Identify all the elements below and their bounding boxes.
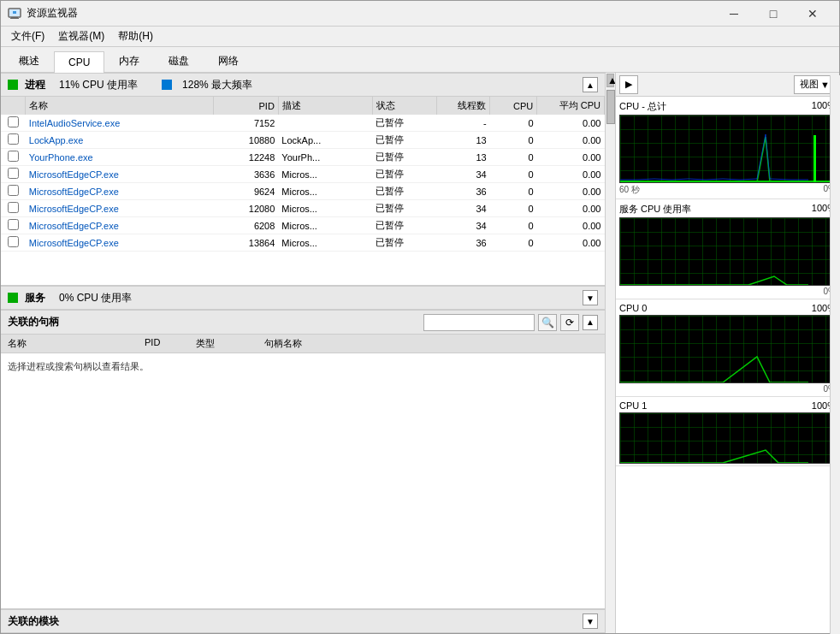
right-nav-button[interactable]: ▶ — [619, 75, 638, 94]
menu-file[interactable]: 文件(F) — [4, 27, 51, 45]
table-row[interactable]: MicrosoftEdgeCP.exe 3636 Micros... 已暂停 3… — [1, 166, 605, 183]
row-desc — [278, 115, 372, 132]
chart-cpu1: CPU 1 100% — [616, 397, 839, 466]
row-checkbox[interactable] — [1, 183, 26, 200]
handles-section: 关联的句柄 🔍 ⟳ ▲ 名称 PID 类型 句柄名称 选择进程或搜索句柄以查看结… — [1, 310, 605, 608]
services-expand-button[interactable]: ▼ — [583, 290, 598, 305]
row-desc: Micros... — [278, 183, 372, 200]
table-row[interactable]: IntelAudioService.exe 7152 已暂停 - 0 0.00 — [1, 115, 605, 132]
left-scrollbar[interactable]: ▲ — [605, 73, 615, 633]
col-threads[interactable]: 线程数 — [437, 97, 490, 115]
row-name: MicrosoftEdgeCP.exe — [26, 200, 214, 217]
row-name: IntelAudioService.exe — [26, 115, 214, 132]
handles-col-pid: PID — [145, 337, 196, 350]
chart-cpu1-svg — [620, 413, 835, 463]
row-checkbox[interactable] — [1, 217, 26, 234]
table-row[interactable]: LockApp.exe 10880 LockAp... 已暂停 13 0 0.0… — [1, 132, 605, 149]
row-avgcpu: 0.00 — [537, 217, 605, 234]
handles-col-handle: 句柄名称 — [264, 337, 598, 350]
modules-section-header[interactable]: 关联的模块 ▼ — [1, 609, 605, 633]
handles-label: 关联的句柄 — [8, 315, 59, 329]
col-avgcpu[interactable]: 平均 CPU — [537, 97, 605, 115]
right-scrollbar[interactable] — [830, 75, 839, 633]
row-cpu: 0 — [490, 183, 537, 200]
row-pid: 7152 — [214, 115, 279, 132]
handles-expand-button[interactable]: ▲ — [583, 315, 598, 330]
row-pid: 12248 — [214, 149, 279, 166]
menu-monitor[interactable]: 监视器(M) — [51, 27, 111, 45]
handles-refresh-button[interactable]: ⟳ — [560, 314, 579, 331]
row-checkbox[interactable] — [1, 132, 26, 149]
chart-cpu0-graph — [619, 315, 836, 383]
right-panel-charts: CPU - 总计 100% 60 秒 0% — [616, 97, 839, 633]
chart-cpu0: CPU 0 100% 0% — [616, 299, 839, 397]
col-pid[interactable]: PID — [214, 97, 279, 115]
close-button[interactable]: ✕ — [793, 1, 832, 27]
process-max-freq: 128% 最大频率 — [182, 78, 252, 92]
chart-cpu1-graph — [619, 412, 836, 464]
row-state: 已暂停 — [372, 149, 437, 166]
modules-expand-button[interactable]: ▼ — [583, 613, 598, 629]
table-row[interactable]: MicrosoftEdgeCP.exe 12080 Micros... 已暂停 … — [1, 200, 605, 217]
process-expand-button[interactable]: ▲ — [583, 77, 598, 92]
minimize-button[interactable]: ─ — [714, 1, 754, 27]
row-avgcpu: 0.00 — [537, 166, 605, 183]
row-cpu: 0 — [490, 200, 537, 217]
handles-empty-message: 选择进程或搜索句柄以查看结果。 — [1, 353, 605, 380]
tab-network[interactable]: 网络 — [204, 49, 253, 73]
row-name: YourPhone.exe — [26, 149, 214, 166]
chart-cpu0-label: CPU 0 — [619, 303, 647, 313]
menu-help[interactable]: 帮助(H) — [111, 27, 160, 45]
maximize-button[interactable]: □ — [754, 1, 793, 27]
row-checkbox[interactable] — [1, 234, 26, 252]
svg-rect-2 — [10, 18, 19, 19]
tab-bar: 概述 CPU 内存 磁盘 网络 — [1, 47, 839, 73]
col-state[interactable]: 状态 — [372, 97, 437, 115]
handles-search-button[interactable]: 🔍 — [538, 314, 557, 331]
row-state: 已暂停 — [372, 200, 437, 217]
view-dropdown-icon: ▼ — [820, 80, 830, 90]
col-name[interactable]: 名称 — [26, 97, 214, 115]
col-checkbox[interactable] — [1, 97, 26, 115]
table-row[interactable]: YourPhone.exe 12248 YourPh... 已暂停 13 0 0… — [1, 149, 605, 166]
row-desc: LockAp... — [278, 132, 372, 149]
row-avgcpu: 0.00 — [537, 115, 605, 132]
process-cpu-usage: 11% CPU 使用率 — [59, 78, 138, 92]
chart-cpu-total-time: 60 秒 — [619, 184, 640, 196]
scroll-thumb[interactable] — [606, 90, 615, 124]
tab-memory[interactable]: 内存 — [104, 49, 154, 73]
col-desc[interactable]: 描述 — [278, 97, 372, 115]
tab-overview[interactable]: 概述 — [4, 49, 54, 73]
row-avgcpu: 0.00 — [537, 132, 605, 149]
left-panel: 进程 11% CPU 使用率 128% 最大频率 ▲ 名称 — [1, 73, 605, 633]
process-table: 名称 PID 描述 状态 线程数 CPU 平均 CPU IntelAudi — [1, 97, 605, 252]
row-avgcpu: 0.00 — [537, 200, 605, 217]
services-section-header[interactable]: 服务 0% CPU 使用率 ▼ — [1, 286, 605, 310]
app-icon — [8, 7, 21, 21]
row-checkbox[interactable] — [1, 200, 26, 217]
handles-search-input[interactable] — [423, 314, 535, 331]
row-state: 已暂停 — [372, 115, 437, 132]
scroll-up-arrow[interactable]: ▲ — [606, 74, 614, 87]
row-threads: 13 — [437, 132, 490, 149]
row-checkbox[interactable] — [1, 115, 26, 132]
row-state: 已暂停 — [372, 132, 437, 149]
tab-disk[interactable]: 磁盘 — [154, 49, 204, 73]
row-name: MicrosoftEdgeCP.exe — [26, 183, 214, 200]
table-row[interactable]: MicrosoftEdgeCP.exe 6208 Micros... 已暂停 3… — [1, 217, 605, 234]
row-state: 已暂停 — [372, 217, 437, 234]
row-checkbox[interactable] — [1, 149, 26, 166]
row-cpu: 0 — [490, 166, 537, 183]
process-section-header[interactable]: 进程 11% CPU 使用率 128% 最大频率 ▲ — [1, 73, 605, 97]
row-threads: 34 — [437, 166, 490, 183]
tab-cpu[interactable]: CPU — [54, 51, 104, 73]
table-row[interactable]: MicrosoftEdgeCP.exe 13864 Micros... 已暂停 … — [1, 234, 605, 252]
col-cpu[interactable]: CPU — [490, 97, 537, 115]
table-row[interactable]: MicrosoftEdgeCP.exe 9624 Micros... 已暂停 3… — [1, 183, 605, 200]
modules-section: 关联的模块 ▼ — [1, 608, 605, 633]
row-avgcpu: 0.00 — [537, 183, 605, 200]
services-section: 服务 0% CPU 使用率 ▼ — [1, 285, 605, 310]
process-table-wrapper[interactable]: 名称 PID 描述 状态 线程数 CPU 平均 CPU IntelAudi — [1, 97, 605, 285]
row-name: MicrosoftEdgeCP.exe — [26, 217, 214, 234]
row-checkbox[interactable] — [1, 166, 26, 183]
